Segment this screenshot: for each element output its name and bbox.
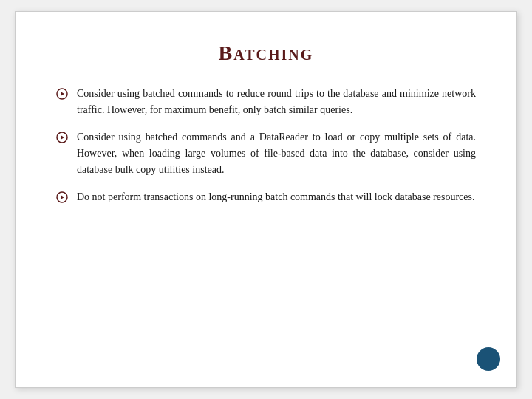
accent-dot xyxy=(477,347,500,371)
svg-marker-5 xyxy=(61,195,64,200)
bullet-text-2: Consider using batched commands and a Da… xyxy=(77,129,476,177)
bullet-text-1: Consider using batched commands to reduc… xyxy=(77,86,476,117)
list-item: Consider using batched commands and a Da… xyxy=(56,129,476,177)
bullet-list: Consider using batched commands to reduc… xyxy=(56,86,476,205)
bullet-icon-1 xyxy=(56,88,68,100)
list-item: Consider using batched commands to reduc… xyxy=(56,86,476,117)
bullet-icon-3 xyxy=(56,191,68,203)
bullet-icon-2 xyxy=(56,132,68,143)
svg-marker-1 xyxy=(61,92,64,96)
svg-marker-3 xyxy=(61,135,64,140)
list-item: Do not perform transactions on long-runn… xyxy=(56,189,476,205)
slide-title: Batching xyxy=(56,41,476,65)
slide: Batching Consider using batched commands… xyxy=(15,11,517,388)
bullet-text-3: Do not perform transactions on long-runn… xyxy=(77,189,474,205)
